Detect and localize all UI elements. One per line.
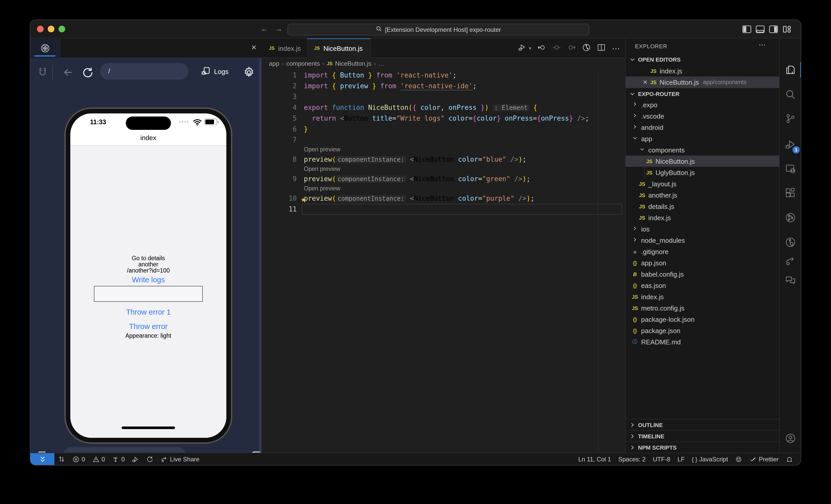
remote-explorer-icon[interactable] [780,160,801,178]
statusbar-sync[interactable] [143,453,157,465]
tree-item-babel.config.js[interactable]: Bbabel.config.js [626,268,779,280]
tree-item-_layout.js[interactable]: JS_layout.js [626,178,779,189]
tree-item-ios[interactable]: ios [626,223,779,235]
tab-nicebutton-js[interactable]: JS NiceButton.js [307,38,370,58]
statusbar-share[interactable]: Live Share [157,453,203,465]
comments-icon[interactable] [780,271,801,289]
close-icon[interactable]: ✕ [641,79,649,85]
close-window-button[interactable] [37,26,44,32]
explorer-more-actions-icon[interactable]: ⋯ [758,40,766,49]
tab-index-js[interactable]: JS index.js [262,38,309,58]
source-control-icon[interactable] [780,110,801,127]
code-line-8[interactable]: 8preview(componentInstance: <NiceButton … [262,154,625,165]
code-lens-open-preview[interactable]: Open preview [262,184,625,193]
live-share-icon[interactable] [780,253,801,270]
tree-item-.vscode[interactable]: .vscode [626,110,779,122]
link-another-id[interactable]: /another?id=100 [70,267,226,273]
code-line-10[interactable]: 10★preview(componentInstance: <NiceButto… [262,193,625,204]
tree-item-app[interactable]: app [626,133,779,144]
tree-item-.expo[interactable]: .expo [626,99,779,110]
code-line-2[interactable]: 2import { preview } from 'react-native-i… [262,81,625,91]
write-logs-button[interactable]: Write logs [70,276,226,284]
statusbar-utf-8[interactable]: UTF-8 [649,453,674,465]
search-icon[interactable] [780,86,801,103]
chevron-down-icon[interactable]: ▾ [529,46,531,51]
remote-indicator[interactable] [30,453,54,465]
code-line-7[interactable]: 7 [262,135,625,145]
tree-item-details.js[interactable]: JSdetails.js [626,201,779,212]
logs-button[interactable]: Logs [201,63,228,80]
files-icon[interactable] [780,61,801,79]
toggle-secondary-sidebar-icon[interactable] [769,25,778,34]
radon-ide-tab[interactable] [30,38,60,58]
toggle-panel-icon[interactable] [755,25,765,34]
statusbar-error[interactable]: 0 [69,453,89,465]
breadcrumb[interactable]: app› components› JS NiceButton.js› … [262,58,625,69]
section-outline[interactable]: OUTLINE [626,419,779,430]
account-icon[interactable] [780,429,801,447]
split-editor-icon[interactable] [597,43,606,54]
statusbar-braces[interactable]: { }JavaScript [688,453,732,465]
statusbar-smiley[interactable] [732,453,746,465]
code-lens-open-preview[interactable]: Open preview [262,165,625,174]
github-pr-icon[interactable] [780,209,801,226]
tree-item-package.json[interactable]: {}package.json [626,325,779,336]
code-line-5[interactable]: 5 return <Button title="Write logs" colo… [262,113,625,124]
code-line-4[interactable]: 4export function NiceButton({ color, onP… [262,102,625,113]
tree-item-.gitignore[interactable]: ◈.gitignore [626,246,779,257]
url-bar[interactable]: / [100,63,189,80]
tree-item-components[interactable]: components [626,144,779,155]
zoom-window-button[interactable] [58,26,65,32]
code-line-6[interactable]: 6} [262,124,625,135]
project-root-header[interactable]: EXPO-ROUTER [626,88,779,99]
history-back-button[interactable]: ← [259,24,269,33]
statusbar-check[interactable]: Prettier [746,453,782,465]
customize-layout-icon[interactable] [782,25,792,34]
tree-item-package-lock.json[interactable]: {}package-lock.json [626,314,779,325]
statusbar-lf[interactable]: LF [674,453,688,465]
nav-current-edit-icon[interactable] [552,43,561,54]
text-input[interactable] [94,286,203,302]
section-npm-scripts[interactable]: NPM SCRIPTS [626,441,779,453]
tree-item-android[interactable]: android [626,122,779,133]
tree-item-metro.config.js[interactable]: JSmetro.config.js [626,302,779,314]
link-another[interactable]: another [70,261,226,267]
open-editor-index.js[interactable]: JSindex.js [626,65,779,77]
inspect-magnet-icon[interactable] [36,66,49,79]
url-back-icon[interactable] [62,66,75,79]
nav-forward-edit-icon[interactable] [567,43,576,54]
tree-item-NiceButton.js[interactable]: JSNiceButton.js [626,155,779,167]
more-actions-icon[interactable]: ⋯ [612,43,620,53]
statusbar-spaces-2[interactable]: Spaces: 2 [615,453,649,465]
link-go-to-details[interactable]: Go to details [70,255,226,261]
statusbar-tune[interactable] [54,453,69,465]
statusbar-tower[interactable]: 0 [109,453,128,465]
gitlens-icon[interactable] [780,234,801,251]
code-line-3[interactable]: 3 [262,91,625,102]
run-or-debug-icon[interactable] [518,43,527,54]
settings-gear-icon[interactable] [243,66,255,79]
toggle-primary-sidebar-icon[interactable] [742,25,751,34]
tree-item-eas.json[interactable]: {}eas.json [626,280,779,291]
file-history-icon[interactable] [582,43,591,54]
tree-item-node_modules[interactable]: node_modules [626,235,779,246]
statusbar-warning[interactable]: 0 [89,453,108,465]
close-panel-icon[interactable]: ✕ [251,43,257,51]
tree-item-index.js[interactable]: JSindex.js [626,212,779,223]
debug-icon[interactable]: 1 [780,136,801,153]
statusbar-debug[interactable] [128,453,143,465]
code-line-9[interactable]: 9preview(componentInstance: <NiceButton … [262,174,625,184]
tree-item-app.json[interactable]: {}app.json [626,257,779,268]
code-lens-open-preview[interactable]: Open preview [262,145,625,154]
open-editor-NiceButton.js[interactable]: ✕JSNiceButton.jsapp/components [626,77,779,88]
code-line-1[interactable]: 1import { Button } from 'react-native'; [262,70,625,81]
code-line-11[interactable]: 11 [262,204,625,214]
throw-error-button[interactable]: Throw error [70,322,226,330]
tree-item-another.js[interactable]: JSanother.js [626,189,779,201]
minimize-window-button[interactable] [48,26,54,32]
tree-item-UglyButton.js[interactable]: JSUglyButton.js [626,167,779,178]
history-forward-button[interactable]: → [274,24,284,33]
extensions-icon[interactable] [780,184,801,202]
section-timeline[interactable]: TIMELINE [626,430,779,441]
open-editors-header[interactable]: OPEN EDITORS [626,54,779,65]
